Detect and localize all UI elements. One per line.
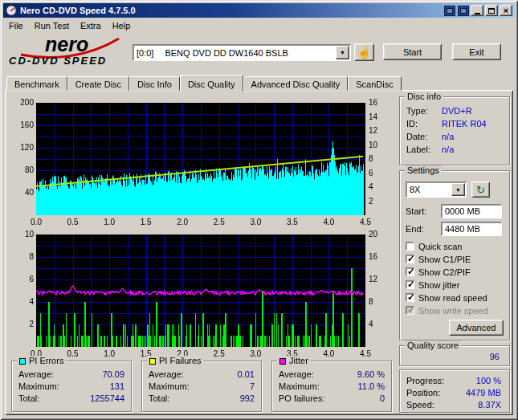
- minimize-button[interactable]: [471, 5, 483, 16]
- chevron-down-icon[interactable]: ▼: [451, 183, 465, 196]
- speed-select-value: 8X: [406, 185, 451, 194]
- checkbox-icon: [406, 267, 414, 276]
- pi-failures-chart-canvas: [36, 234, 365, 347]
- quality-score-legend: Quality score: [405, 340, 461, 351]
- disc-info-group: Disc info Type:DVD+R ID:RITEK R04 Date:n…: [399, 96, 510, 165]
- stat-row: Total:1255744: [12, 392, 131, 404]
- titlebar-extra-icon-1[interactable]: [444, 6, 455, 16]
- end-position-input[interactable]: [441, 222, 502, 236]
- title-bar: Nero CD-DVD Speed 4.7.5.0 ×: [3, 3, 515, 18]
- stat-row: Average:9.60 %: [272, 368, 391, 380]
- select-hand-icon: ☝: [357, 46, 371, 59]
- checkbox-show-c2-pif[interactable]: Show C2/PIF: [406, 267, 471, 277]
- stat-row: Total:992: [142, 392, 261, 404]
- logo-brand: nero: [45, 33, 88, 55]
- tab-scandisc[interactable]: ScanDisc: [348, 76, 401, 91]
- drive-name: BENQ DVD DD DW1640 BSLB: [165, 48, 288, 58]
- disc-info-row: Type:DVD+R: [400, 104, 509, 117]
- start-position-input[interactable]: [441, 204, 502, 218]
- tab-benchmark[interactable]: Benchmark: [6, 76, 67, 91]
- titlebar-extra-icon-2[interactable]: [458, 6, 469, 16]
- disc-info-row: Label:n/a: [400, 143, 509, 156]
- tab-strip: Benchmark Create Disc Disc Info Disc Qua…: [6, 74, 402, 91]
- tab-disc-info[interactable]: Disc Info: [129, 76, 180, 91]
- end-position-label: End:: [406, 224, 424, 234]
- pi-errors-legend: PI Errors: [29, 356, 63, 366]
- progress-row: Speed:8.37X: [400, 398, 509, 410]
- pi-failures-legend: PI Failures: [159, 356, 202, 366]
- jitter-legend: Jitter: [289, 356, 308, 366]
- pi-errors-swatch: [19, 358, 26, 365]
- close-icon: ×: [504, 6, 508, 14]
- progress-row: Position:4479 MB: [400, 386, 509, 398]
- stat-row: Maximum:7: [142, 380, 261, 392]
- jitter-stats-group: Jitter Average:9.60 % Maximum:11.0 % PO …: [271, 361, 392, 412]
- disc-info-legend: Disc info: [405, 92, 443, 102]
- pi-failures-swatch: [149, 358, 156, 365]
- checkbox-show-c1-pie[interactable]: Show C1/PIE: [406, 254, 471, 264]
- pi-errors-chart-canvas: [36, 103, 365, 215]
- menu-file[interactable]: File: [3, 19, 29, 32]
- app-window: Nero CD-DVD Speed 4.7.5.0 × File Run Tes…: [0, 0, 518, 420]
- stat-row: Average:70.09: [12, 368, 131, 380]
- checkbox-show-jitter[interactable]: Show jitter: [406, 279, 459, 290]
- stat-row: Maximum:131: [12, 380, 131, 392]
- checkbox-quick-scan[interactable]: Quick scan: [406, 241, 462, 251]
- minimize-icon: [475, 13, 480, 14]
- checkbox-show-read-speed[interactable]: Show read speed: [406, 292, 487, 303]
- tab-advanced-disc-quality[interactable]: Advanced Disc Quality: [243, 76, 349, 91]
- stat-row: PO failures:0: [272, 392, 391, 404]
- disc-info-row: Date:n/a: [400, 130, 509, 143]
- app-icon: [6, 5, 17, 16]
- checkbox-icon: [406, 280, 414, 289]
- select-hand-button[interactable]: ☝: [354, 43, 374, 61]
- checkbox-icon: [406, 255, 414, 263]
- exit-button[interactable]: Exit: [452, 43, 501, 60]
- checkbox-icon: [406, 293, 414, 302]
- logo-product: CD-DVD SPEED: [9, 55, 107, 67]
- maximize-button[interactable]: [485, 5, 498, 16]
- maximize-icon: [488, 8, 495, 14]
- nero-logo: nero CD-DVD SPEED: [8, 33, 130, 67]
- pi-errors-stats-group: PI Errors Average:70.09 Maximum:131 Tota…: [11, 361, 132, 412]
- progress-row: Progress:100 %: [400, 374, 509, 386]
- drive-id: [0:0]: [137, 48, 153, 58]
- drive-select-value: [0:0]BENQ DVD DD DW1640 BSLB: [133, 48, 335, 58]
- chevron-down-icon[interactable]: ▼: [336, 46, 349, 59]
- checkbox-icon: [406, 306, 414, 315]
- menu-run-test[interactable]: Run Test: [29, 19, 75, 32]
- menu-extra[interactable]: Extra: [75, 19, 107, 32]
- close-button[interactable]: ×: [500, 5, 512, 16]
- checkbox-icon: [406, 242, 414, 251]
- jitter-swatch: [279, 358, 286, 365]
- menu-help[interactable]: Help: [107, 19, 137, 32]
- progress-group: Progress:100 % Position:4479 MB Speed:8.…: [399, 369, 510, 413]
- settings-legend: Settings: [405, 165, 442, 176]
- pi-failures-stats-group: PI Failures Average:0.01 Maximum:7 Total…: [141, 361, 262, 412]
- drive-select[interactable]: [0:0]BENQ DVD DD DW1640 BSLB ▼: [133, 44, 351, 61]
- tab-create-disc[interactable]: Create Disc: [67, 76, 129, 91]
- disc-info-row: ID:RITEK R04: [400, 117, 509, 130]
- stat-row: Maximum:11.0 %: [272, 380, 391, 392]
- quality-score-group: Quality score 96: [399, 345, 510, 366]
- stat-row: Average:0.01: [142, 368, 261, 380]
- start-button[interactable]: Start: [383, 43, 442, 60]
- checkbox-show-write-speed: Show write speed: [406, 305, 488, 316]
- tab-disc-quality[interactable]: Disc Quality: [180, 75, 243, 92]
- window-title: Nero CD-DVD Speed 4.7.5.0: [20, 6, 442, 15]
- speed-select[interactable]: 8X ▼: [406, 181, 467, 198]
- quality-score-value: 96: [490, 352, 500, 361]
- menu-bar: File Run Test Extra Help: [3, 18, 515, 32]
- start-position-label: Start:: [406, 206, 426, 216]
